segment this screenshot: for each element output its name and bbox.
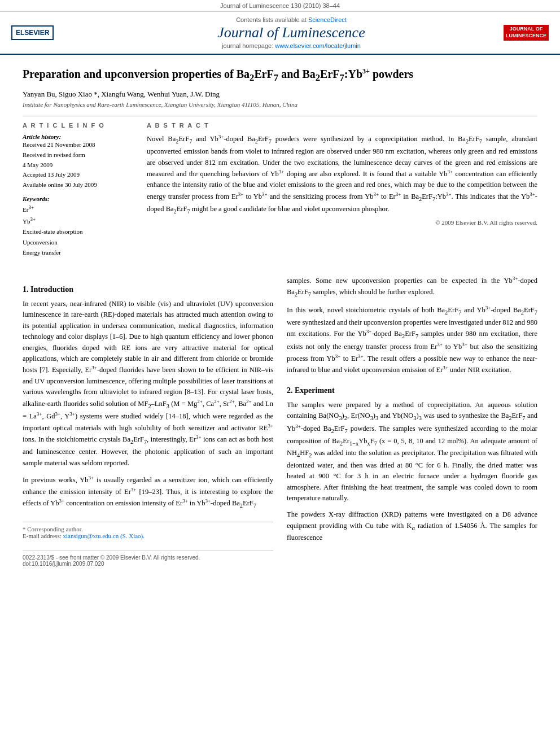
article-info-abstract: A R T I C L E I N F O Article history: R… — [23, 116, 537, 264]
main-content: Preparation and upconversion properties … — [0, 55, 560, 578]
accepted-date: Accepted 13 July 2009 — [23, 170, 135, 180]
section2-para2: The powders X-ray diffraction (XRD) patt… — [287, 509, 537, 543]
footnote: * Corresponding author. E-mail address: … — [23, 522, 273, 539]
abstract-text: Novel Ba2ErF7 and Yb3+-doped Ba2ErF7 pow… — [147, 133, 537, 216]
journal-badge-area: JOURNAL OFLUMINESCENCE — [504, 25, 549, 40]
journal-citation: Journal of Luminescence 130 (2010) 38–44 — [220, 2, 340, 9]
section2-heading: 2. Experiment — [287, 386, 537, 395]
body-right-col: samples. Some new upconversion propertie… — [287, 275, 537, 567]
bottom-copyright: 0022-2313/$ - see front matter © 2009 El… — [23, 551, 273, 567]
journal-header: ELSEVIER Contents lists available at Sci… — [0, 12, 560, 55]
keyword-er: Er3+ — [23, 203, 135, 215]
keyword-upconversion: Upconversion — [23, 237, 135, 248]
section1-para-right1: samples. Some new upconversion propertie… — [287, 275, 537, 299]
section1-para2: In previous works, Yb3+ is usually regar… — [23, 474, 273, 510]
authors: Yanyan Bu, Siguo Xiao *, Xiangfu Wang, W… — [23, 90, 537, 99]
article-info-label: A R T I C L E I N F O — [23, 122, 135, 129]
affiliation: Institute for Nanophysics and Rare-earth… — [23, 101, 537, 108]
section1-heading: 1. Introduction — [23, 285, 273, 294]
elsevier-branding: ELSEVIER — [11, 25, 79, 40]
section1-para1: In recent years, near-infrared (NIR) to … — [23, 299, 273, 469]
homepage-link[interactable]: www.elsevier.com/locate/jlumin — [275, 42, 361, 49]
keywords-title: Keywords: — [23, 195, 135, 202]
body-left-col: 1. Introduction In recent years, near-in… — [23, 275, 273, 567]
received-date: Received 21 November 2008 — [23, 140, 135, 150]
footnote-email-link[interactable]: xiansigun@xtu.edu.cn (S. Xiao). — [63, 532, 145, 539]
revised-date: 4 May 2009 — [23, 160, 135, 171]
journal-name: Journal of Luminescence — [79, 24, 504, 41]
history-title: Article history: — [23, 133, 135, 140]
footnote-email: E-mail address: xiansigun@xtu.edu.cn (S.… — [23, 532, 273, 539]
keywords-block: Keywords: Er3+ Yb3+ Excited-state absorp… — [23, 195, 135, 258]
journal-homepage: journal homepage: www.elsevier.com/locat… — [79, 42, 504, 49]
revised-label: Received in revised form — [23, 150, 135, 160]
article-info-col: A R T I C L E I N F O Article history: R… — [23, 122, 135, 264]
available-date: Available online 30 July 2009 — [23, 180, 135, 190]
keyword-yb: Yb3+ — [23, 215, 135, 226]
keyword-esa: Excited-state absorption — [23, 226, 135, 237]
journal-bar: Journal of Luminescence 130 (2010) 38–44 — [0, 0, 560, 12]
luminescence-badge: JOURNAL OFLUMINESCENCE — [504, 25, 549, 40]
elsevier-logo: ELSEVIER — [11, 25, 54, 40]
body-content: 1. Introduction In recent years, near-in… — [23, 275, 537, 567]
section1-para-right2: In this work, novel stoichiometric cryst… — [287, 304, 537, 376]
copyright-line2: doi:10.1016/j.jlumin.2009.07.020 — [23, 561, 273, 567]
section2-para1: The samples were prepared by a method of… — [287, 400, 537, 504]
article-title: Preparation and upconversion properties … — [23, 66, 537, 84]
footnote-star: * Corresponding author. — [23, 526, 273, 532]
copyright-line1: 0022-2313/$ - see front matter © 2009 El… — [23, 554, 273, 561]
sciencedirect-link[interactable]: ScienceDirect — [308, 16, 347, 23]
abstract-col: A B S T R A C T Novel Ba2ErF7 and Yb3+-d… — [147, 122, 537, 264]
journal-title-area: Contents lists available at ScienceDirec… — [79, 16, 504, 49]
keyword-energy-transfer: Energy transfer — [23, 247, 135, 258]
contents-available: Contents lists available at ScienceDirec… — [79, 16, 504, 23]
abstract-label: A B S T R A C T — [147, 122, 537, 129]
article-history: Article history: Received 21 November 20… — [23, 133, 135, 190]
abstract-copyright: © 2009 Elsevier B.V. All rights reserved… — [147, 219, 537, 226]
